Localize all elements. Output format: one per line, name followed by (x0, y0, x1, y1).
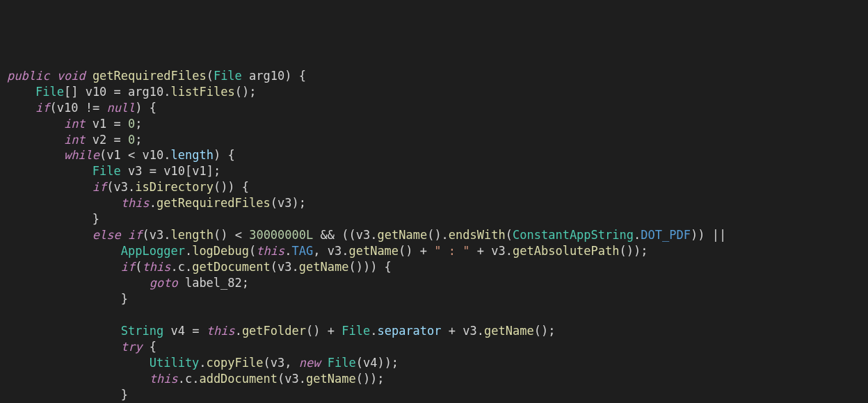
keyword-this: this (256, 244, 284, 258)
type-name: File (93, 164, 121, 178)
keyword-this: this (150, 372, 178, 386)
code-line: } (7, 388, 128, 402)
keyword-new: new (299, 356, 321, 370)
keyword-else: else (93, 228, 121, 242)
keyword-null: null (106, 101, 135, 115)
method-call: logDebug (192, 244, 249, 258)
keyword-if: if (93, 180, 106, 194)
method-call: isDirectory (135, 180, 214, 194)
type-name: File (214, 69, 242, 83)
type-name: String (121, 324, 163, 338)
class-name: Utility (150, 356, 200, 370)
keyword-while: while (64, 148, 99, 162)
code-line: goto label_82; (7, 276, 249, 290)
code-line: } (7, 212, 99, 226)
code-line: try { (7, 340, 156, 354)
property-name: length (171, 148, 214, 162)
code-line: int v1 = 0; (7, 117, 143, 131)
code-line: } (7, 292, 128, 306)
keyword-goto: goto (150, 276, 178, 290)
number-literal: 30000000L (249, 228, 313, 242)
keyword-public: public (7, 69, 49, 83)
method-call: getDocument (192, 260, 271, 274)
code-line: if(v3.isDirectory()) { (7, 180, 249, 194)
keyword-this: this (207, 324, 235, 338)
code-line: if(v10 != null) { (7, 101, 156, 115)
code-line: AppLogger.logDebug(this.TAG, v3.getName(… (7, 244, 648, 258)
method-call: getFolder (242, 324, 306, 338)
code-line: int v2 = 0; (7, 133, 143, 147)
method-call: getRequiredFiles (156, 196, 271, 210)
keyword-int: int (64, 117, 86, 131)
code-line: if(this.c.getDocument(v3.getName())) { (7, 260, 392, 274)
code-line: public void getRequiredFiles(File arg10)… (7, 69, 306, 83)
number-literal: 0 (128, 133, 135, 147)
class-name: AppLogger (121, 244, 185, 258)
keyword-if: if (128, 228, 142, 242)
code-line: File[] v10 = arg10.listFiles(); (7, 85, 256, 99)
function-name: getRequiredFiles (93, 69, 207, 83)
keyword-try: try (121, 340, 143, 354)
code-line: this.c.addDocument(v3.getName()); (7, 372, 385, 386)
method-call: listFiles (171, 85, 235, 99)
method-call: copyFile (207, 356, 264, 370)
code-line: else if(v3.length() < 30000000L && ((v3.… (7, 228, 726, 242)
type-name: File (35, 85, 64, 99)
keyword-void: void (57, 69, 86, 83)
param-name: arg10 (249, 69, 284, 83)
code-editor[interactable]: public void getRequiredFiles(File arg10)… (7, 68, 861, 403)
keyword-this: this (121, 196, 150, 210)
number-literal: 0 (128, 117, 135, 131)
method-call: addDocument (199, 372, 278, 386)
method-call: length (171, 228, 214, 242)
keyword-int: int (64, 133, 86, 147)
keyword-if: if (35, 101, 49, 115)
code-line: this.getRequiredFiles(v3); (7, 196, 306, 210)
constant-property: DOT_PDF (641, 228, 691, 242)
string-literal: " : " (434, 244, 469, 258)
label-name: label_82 (185, 276, 242, 290)
keyword-if: if (121, 260, 135, 274)
code-line: String v4 = this.getFolder() + File.sepa… (7, 324, 555, 338)
class-name: ConstantAppString (513, 228, 634, 242)
code-line: while(v1 < v10.length) { (7, 148, 235, 162)
code-line: File v3 = v10[v1]; (7, 164, 220, 178)
keyword-this: this (143, 260, 171, 274)
code-line: Utility.copyFile(v3, new File(v4)); (7, 356, 399, 370)
